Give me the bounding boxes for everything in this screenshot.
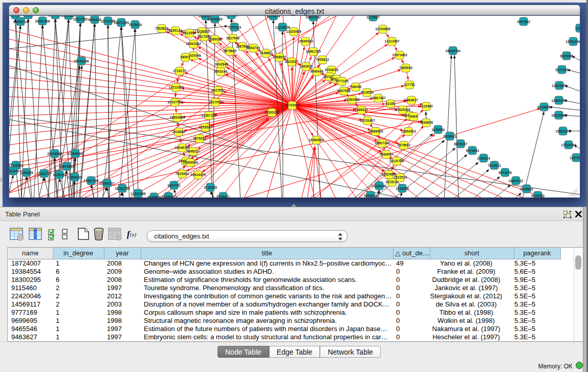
svg-text:9457791: 9457791 [167,184,181,187]
svg-text:16654985: 16654985 [169,116,185,119]
svg-text:9245083: 9245083 [531,194,545,198]
svg-text:23975867: 23975867 [59,165,74,168]
svg-text:13267130: 13267130 [201,114,216,117]
svg-text:7632621: 7632621 [488,164,501,167]
svg-text:29053346: 29053346 [74,59,89,63]
svg-text:9327546: 9327546 [226,36,239,40]
svg-text:20837682: 20837682 [306,16,321,19]
svg-text:13325419: 13325419 [286,30,301,33]
svg-text:16033809: 16033809 [207,17,223,21]
svg-text:17957255: 17957255 [83,179,99,183]
svg-text:10961765: 10961765 [306,50,321,53]
svg-text:15751074: 15751074 [565,40,580,43]
svg-text:10688609: 10688609 [368,129,383,133]
svg-text:8938923: 8938923 [443,135,456,138]
svg-text:7357224: 7357224 [228,26,241,29]
svg-text:10120746: 10120746 [389,159,404,163]
svg-text:9160124: 9160124 [169,29,182,32]
svg-text:2087682: 2087682 [517,20,530,24]
svg-text:16543382: 16543382 [186,42,201,46]
svg-text:746266: 746266 [350,85,361,89]
svg-text:9463627: 9463627 [405,98,418,102]
svg-text:16046788: 16046788 [175,146,190,149]
svg-text:12213967: 12213967 [384,39,400,43]
svg-text:9146821: 9146821 [259,51,273,55]
svg-text:3716485: 3716485 [204,186,217,189]
svg-text:15409949: 15409949 [183,161,198,164]
svg-text:18300295: 18300295 [264,111,279,114]
svg-text:9464: 9464 [410,115,418,118]
svg-text:8322037: 8322037 [285,60,298,63]
svg-text:10107552: 10107552 [167,100,183,104]
svg-text:8471676: 8471676 [498,171,512,174]
svg-text:1167533: 1167533 [570,156,580,160]
svg-text:1215987: 1215987 [366,16,380,19]
svg-text:8912954: 8912954 [183,31,196,35]
svg-text:9834012: 9834012 [364,194,377,198]
svg-text:7386322: 7386322 [355,108,368,112]
svg-text:1353594: 1353594 [199,125,212,129]
svg-text:2935114: 2935114 [477,157,490,160]
svg-text:17135061: 17135061 [9,164,24,167]
svg-text:1145193: 1145193 [53,173,66,177]
svg-text:10154808: 10154808 [375,27,390,31]
svg-text:391547: 391547 [9,169,19,173]
svg-text:10973493: 10973493 [392,53,407,57]
svg-text:6466160: 6466160 [88,18,101,21]
svg-text:16914479: 16914479 [190,173,206,177]
svg-text:9329966: 9329966 [560,54,573,58]
svg-text:17016504: 17016504 [561,143,576,147]
svg-text:20206536: 20206536 [47,152,62,156]
svg-text:8186328: 8186328 [208,37,222,41]
svg-text:6497568: 6497568 [337,89,351,93]
svg-text:2803144: 2803144 [214,70,227,73]
svg-text:7625402: 7625402 [176,172,189,176]
svg-text:16648784: 16648784 [445,49,461,53]
svg-text:9777169: 9777169 [335,79,349,83]
svg-text:16210643: 16210643 [551,114,567,117]
svg-text:1916682: 1916682 [172,130,185,134]
svg-text:12505135: 12505135 [67,176,82,179]
svg-text:9084067: 9084067 [380,152,393,156]
svg-text:18724007: 18724007 [285,103,300,107]
svg-text:11123: 11123 [575,27,580,30]
svg-text:9245652: 9245652 [520,187,533,191]
svg-text:15692971: 15692971 [555,129,571,133]
svg-text:10025438: 10025438 [395,108,410,112]
svg-text:(x): (x) [130,231,137,238]
svg-text:12093873: 12093873 [552,84,567,87]
svg-text:12218506: 12218506 [275,26,290,29]
svg-text:12213363: 12213363 [168,85,184,89]
svg-text:5875685: 5875685 [223,49,236,53]
svg-text:62160: 62160 [386,102,396,105]
svg-text:19384554: 19384554 [309,138,324,142]
svg-text:17359924: 17359924 [68,152,83,156]
svg-text:8813054: 8813054 [267,16,280,18]
svg-text:10807487: 10807487 [371,96,386,100]
svg-text:9227343: 9227343 [555,68,569,72]
svg-text:1156829: 1156829 [20,171,33,174]
svg-text:98901: 98901 [181,55,190,59]
svg-text:5878332: 5878332 [193,137,206,140]
svg-text:10958107: 10958107 [99,182,115,185]
svg-text:9474444: 9474444 [466,149,479,152]
svg-text:14136141: 14136141 [372,184,387,188]
svg-text:2522514: 2522514 [394,176,407,179]
svg-text:12444159: 12444159 [551,99,567,102]
svg-text:7955812: 7955812 [316,58,329,61]
svg-text:15640910: 15640910 [298,39,313,43]
svg-text:8215955: 8215955 [537,105,551,109]
svg-text:20691406: 20691406 [35,19,50,23]
svg-text:12342737: 12342737 [36,172,52,176]
svg-text:7515526: 7515526 [128,23,142,27]
svg-text:6794028: 6794028 [325,68,338,72]
svg-text:8427552: 8427552 [211,89,225,92]
svg-text:9242848: 9242848 [215,62,228,66]
svg-text:9245082: 9245082 [162,195,175,198]
svg-text:5498222: 5498222 [186,149,200,153]
svg-text:6879197: 6879197 [454,142,467,146]
svg-text:14055714: 14055714 [13,20,28,24]
svg-text:3624554: 3624554 [360,91,374,94]
svg-text:9990448: 9990448 [310,70,323,73]
svg-text:16671355: 16671355 [114,21,129,25]
